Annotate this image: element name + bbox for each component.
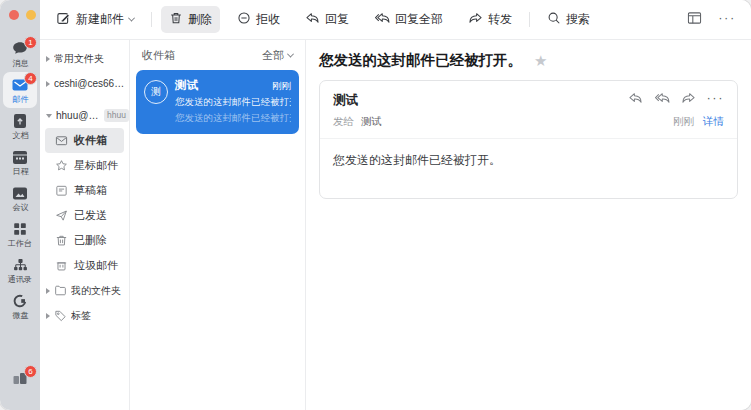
star-toggle-icon[interactable]: ★ xyxy=(534,53,547,68)
reply-label: 回复 xyxy=(325,11,349,28)
folder-group-my-folders[interactable]: 我的文件夹 xyxy=(40,278,129,303)
org-chart-icon xyxy=(11,256,29,274)
folder-item-label: 已发送 xyxy=(74,208,107,223)
account-label: ceshi@ces666.com xyxy=(54,78,129,89)
rail-item-calendar[interactable]: 日程 xyxy=(3,144,37,180)
rail-item-docs[interactable]: 文档 xyxy=(3,108,37,144)
rail-item-label: 日程 xyxy=(12,167,28,175)
meeting-icon xyxy=(11,184,29,202)
card-divider xyxy=(320,138,737,139)
chevron-down-icon xyxy=(128,15,135,22)
folder-item-label: 垃圾邮件 xyxy=(74,258,118,273)
search-button[interactable]: 搜索 xyxy=(539,6,598,33)
reply-all-label: 回复全部 xyxy=(395,11,443,28)
spam-bin-icon xyxy=(55,259,68,272)
rail-item-contacts[interactable]: 通讯录 xyxy=(3,252,37,288)
message-sender: 测试 xyxy=(175,78,198,93)
folder-item-starred[interactable]: 星标邮件 xyxy=(45,153,124,178)
message-summary: 测试 刚刚 您发送的这封邮件已经被打开。 您发送的这封邮件已经被打开。 xyxy=(175,78,291,125)
reply-all-icon xyxy=(374,12,390,28)
tag-icon xyxy=(54,309,67,322)
calendar-icon xyxy=(11,148,29,166)
rail-item-label: 会议 xyxy=(12,203,28,211)
folder-group-label: 常用文件夹 xyxy=(54,52,104,66)
compose-button[interactable]: 新建邮件 xyxy=(48,6,142,34)
minus-circle-icon xyxy=(237,11,251,28)
mail-app-window: 1 消息 4 邮件 文档 日程 会议 xyxy=(0,0,751,410)
mail-icon: 4 xyxy=(11,76,29,94)
account-ceshi[interactable]: ceshi@ces666.com xyxy=(40,71,129,96)
rail-item-meetings[interactable]: 会议 xyxy=(3,180,37,216)
folder-item-label: 星标邮件 xyxy=(74,158,118,173)
recipient-line: 发给 测试 xyxy=(333,115,382,129)
document-icon xyxy=(11,112,29,130)
drive-icon xyxy=(11,292,29,310)
main-region: 新建邮件 删除 拒收 回复 xyxy=(40,0,751,410)
forward-icon xyxy=(468,12,483,28)
rail-item-label: 文档 xyxy=(12,131,28,139)
reply-icon xyxy=(305,12,320,28)
reply-icon[interactable] xyxy=(628,91,643,109)
chevron-right-icon xyxy=(46,81,50,87)
rail-item-label: 微盘 xyxy=(12,311,28,319)
chat-bubble-icon: 1 xyxy=(11,40,29,58)
forward-icon[interactable] xyxy=(681,91,696,109)
layout-toggle-button[interactable] xyxy=(682,8,706,32)
reject-button[interactable]: 拒收 xyxy=(229,6,288,33)
folder-group-label: 我的文件夹 xyxy=(71,284,121,298)
rail-item-label: 邮件 xyxy=(12,95,28,103)
close-window-button[interactable] xyxy=(9,10,19,20)
folder-item-drafts[interactable]: 草稿箱 xyxy=(45,178,124,203)
minimize-window-button[interactable] xyxy=(26,10,36,20)
rail-item-workbench[interactable]: 工作台 xyxy=(3,216,37,252)
rail-item-mail[interactable]: 4 邮件 xyxy=(3,72,37,108)
folder-item-label: 已删除 xyxy=(74,233,107,248)
message-list-header: 收件箱 全部 xyxy=(130,40,305,70)
folder-item-deleted[interactable]: 已删除 xyxy=(45,228,124,253)
mail-body: 您发送的这封邮件已经被打开。 xyxy=(333,152,724,169)
reply-all-button[interactable]: 回复全部 xyxy=(366,6,451,33)
more-actions-icon[interactable]: ··· xyxy=(707,91,725,109)
details-link[interactable]: 详情 xyxy=(703,115,724,129)
filter-label: 全部 xyxy=(262,48,284,63)
rail-item-label: 通讯录 xyxy=(8,275,32,283)
account-hhuu[interactable]: hhuu@ces666... hhuu xyxy=(40,103,129,128)
chevron-right-icon xyxy=(46,313,50,319)
toolbar-divider xyxy=(529,12,530,27)
recipient-name: 测试 xyxy=(361,115,382,127)
folder-item-label: 草稿箱 xyxy=(74,183,107,198)
search-icon xyxy=(547,11,561,28)
account-tag: hhuu xyxy=(104,109,129,121)
rail-item-drive[interactable]: 微盘 xyxy=(3,288,37,324)
folder-group-common[interactable]: 常用文件夹 xyxy=(40,46,129,71)
avatar: 测 xyxy=(144,80,168,104)
rail-item-messages[interactable]: 1 消息 xyxy=(3,36,37,72)
toolbar-divider xyxy=(151,12,152,27)
message-list-item[interactable]: 测 测试 刚刚 您发送的这封邮件已经被打开。 您发送的这封邮件已经被打开。 xyxy=(136,70,299,134)
folder-item-sent[interactable]: 已发送 xyxy=(45,203,124,228)
folder-item-inbox[interactable]: 收件箱 xyxy=(45,128,124,153)
layout-icon xyxy=(687,11,702,29)
star-icon xyxy=(55,159,68,172)
message-time: 刚刚 xyxy=(272,80,291,93)
filter-dropdown[interactable]: 全部 xyxy=(262,48,293,63)
delete-button[interactable]: 删除 xyxy=(161,6,220,33)
compose-icon xyxy=(56,11,71,29)
forward-button[interactable]: 转发 xyxy=(460,6,520,33)
rail-item-workspace[interactable]: 6 xyxy=(3,360,37,396)
folder-item-spam[interactable]: 垃圾邮件 xyxy=(45,253,124,278)
mail-actions: ··· xyxy=(628,91,725,109)
toolbar: 新建邮件 删除 拒收 回复 xyxy=(40,0,751,40)
reply-all-icon[interactable] xyxy=(654,91,670,109)
draft-icon xyxy=(55,184,68,197)
ellipsis-icon: ··· xyxy=(718,11,736,29)
compose-label: 新建邮件 xyxy=(76,11,124,28)
reply-button[interactable]: 回复 xyxy=(297,6,357,33)
mail-sender: 测试 xyxy=(333,92,358,109)
subject-row: 您发送的这封邮件已经被打开。 ★ xyxy=(319,51,738,70)
folder-group-tags[interactable]: 标签 xyxy=(40,303,129,328)
folder-group-label: 标签 xyxy=(71,309,91,323)
more-button[interactable]: ··· xyxy=(715,8,739,32)
trash-icon xyxy=(169,11,183,28)
app-rail: 1 消息 4 邮件 文档 日程 会议 xyxy=(0,0,40,410)
